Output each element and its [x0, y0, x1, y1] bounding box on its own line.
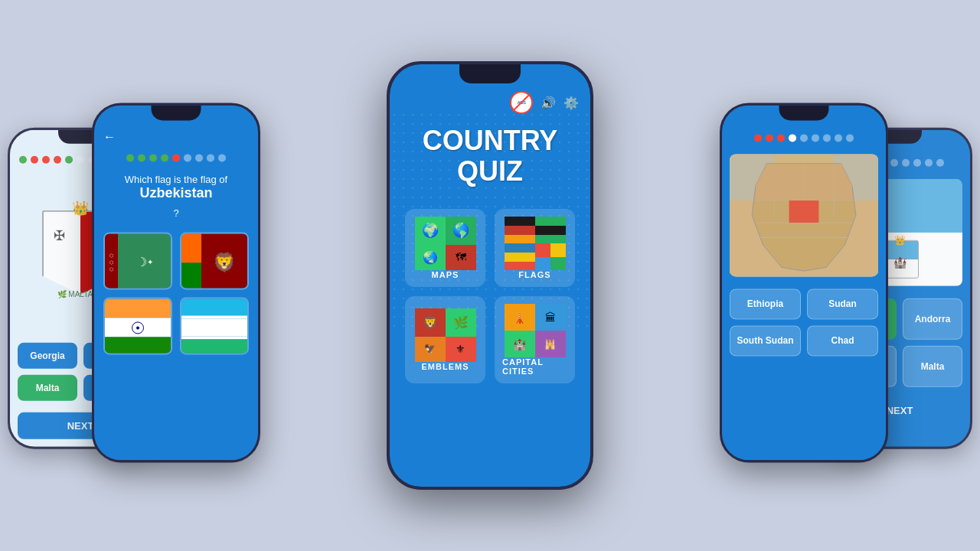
flag-mini-3: [505, 243, 535, 270]
dot-g2: [812, 134, 819, 142]
dot-g5: [846, 134, 854, 142]
phone-right1-screen: Ethiopia Sudan South Sudan Chad: [722, 105, 886, 460]
dot-6: [77, 156, 84, 164]
dot-check1: [126, 154, 134, 161]
phone-center-notch: [459, 64, 521, 83]
answer-sudan[interactable]: Sudan: [807, 289, 878, 319]
dot-3: [42, 156, 50, 164]
dot-g4-r2: [902, 159, 910, 167]
dot-g4: [835, 134, 842, 142]
flag-green-stripe: [181, 262, 201, 290]
africa-map: [730, 154, 878, 276]
phone-left2: ← Which flag is the flag of Uzbekistan ?…: [92, 103, 260, 462]
maps-q2: 🌎: [446, 217, 476, 245]
flag-srilanka-left: [181, 233, 201, 289]
progress-dots-right1: [722, 128, 886, 148]
dot-check4: [161, 154, 168, 161]
dot-g3: [823, 134, 831, 142]
emblems-icon: 🦁 🌿 🦅 ⚜: [415, 308, 476, 362]
dot-g2: [195, 154, 203, 161]
maps-icon: 🌍 🌎 🌏 🗺: [415, 217, 476, 270]
emblem-q4: ⚜: [446, 337, 476, 363]
flag-srilanka: 🦁: [181, 233, 247, 289]
flag-srilanka-right: 🦁: [201, 233, 247, 289]
phone-center-screen: ABS 🔊 ⚙️ COUNTRYQUIZ 🌍 🌎 🌏 🗺 MAPS: [390, 64, 590, 487]
settings-icon[interactable]: ⚙️: [564, 96, 579, 110]
africa-map-container: [730, 154, 878, 276]
flag-mini-1: [505, 217, 535, 243]
map-answer-grid: Ethiopia Sudan South Sudan Chad: [722, 282, 886, 362]
flag-turk-stripe: ⬡ ⬡ ⬡: [105, 233, 118, 289]
progress-dots-left2: [94, 148, 258, 168]
flag-card-uzbekistan[interactable]: [180, 297, 249, 354]
dot-2: [31, 156, 38, 164]
sound-icon[interactable]: 🔊: [541, 96, 556, 110]
emblem-q1: 🦁: [415, 308, 446, 337]
flags-grid: ⬡ ⬡ ⬡ ☽ ✦ 🦁: [94, 223, 258, 364]
dot-x-r1: [754, 134, 762, 142]
answer-malta-r2[interactable]: Malta: [903, 346, 962, 387]
dot-g3-r2: [890, 159, 898, 167]
flag-india-green: [105, 337, 171, 354]
dot-x1: [172, 154, 180, 161]
maps-q4: 🗺: [446, 245, 476, 271]
category-emblems[interactable]: 🦁 🌿 🦅 ⚜ EMBLEMS: [405, 296, 485, 383]
flag-uz-white: [181, 319, 247, 336]
category-maps[interactable]: 🌍 🌎 🌏 🗺 MAPS: [405, 209, 485, 287]
flag-uzbekistan: [181, 298, 247, 354]
city-q2: 🏛: [535, 304, 566, 331]
flag-india: [105, 298, 171, 354]
emblem-q2: 🌿: [446, 308, 476, 337]
back-arrow[interactable]: ←: [94, 126, 258, 148]
africa-svg: [730, 154, 878, 276]
dot-g7-r2: [936, 159, 944, 167]
category-flags[interactable]: FLAGS: [495, 209, 575, 287]
dot-check2: [138, 154, 145, 161]
answer-chad[interactable]: Chad: [807, 325, 878, 356]
question-prefix: Which flag is the flag of: [94, 168, 258, 185]
flag-turk-main: ☽ ✦: [118, 233, 171, 289]
dot-5: [65, 156, 73, 164]
app-title: COUNTRYQUIZ: [390, 118, 590, 194]
flag-uz-green: [181, 339, 247, 354]
answer-south-sudan[interactable]: South Sudan: [730, 325, 801, 356]
phone-left2-screen: ← Which flag is the flag of Uzbekistan ?…: [94, 105, 258, 460]
abs-badge[interactable]: ABS: [510, 91, 533, 114]
question-country: Uzbekistan: [94, 185, 258, 201]
question-mark: ?: [94, 201, 258, 219]
dot-check3: [149, 154, 157, 161]
flag-mini-4: [535, 243, 566, 270]
answer-ethiopia[interactable]: Ethiopia: [730, 289, 801, 319]
flag-card-turkmenistan[interactable]: ⬡ ⬡ ⬡ ☽ ✦: [103, 232, 172, 289]
category-capital-cities[interactable]: 🗼 🏛 🏰 🕌 CAPITAL CITIES: [495, 296, 575, 383]
dot-4: [54, 156, 61, 164]
maps-q1: 🌍: [415, 217, 446, 245]
phone-center: ABS 🔊 ⚙️ COUNTRYQUIZ 🌍 🌎 🌏 🗺 MAPS: [387, 61, 593, 490]
answer-georgia[interactable]: Georgia: [18, 343, 77, 369]
city-q3: 🏰: [505, 331, 535, 357]
flag-orange-stripe: [181, 233, 201, 262]
coa-towers: 🏰: [893, 256, 906, 269]
flag-card-srilanka[interactable]: 🦁: [180, 232, 249, 289]
dot-r2: [777, 134, 785, 142]
answer-andorra[interactable]: Andorra: [903, 298, 962, 340]
flag-mini-2: [535, 217, 566, 243]
phone-right1: Ethiopia Sudan South Sudan Chad: [720, 103, 888, 462]
quiz-categories: 🌍 🌎 🌏 🗺 MAPS: [390, 197, 590, 395]
ashoka-chakra: [132, 321, 144, 334]
dot-r1: [766, 134, 773, 142]
flag-uz-blue: [181, 298, 247, 315]
dot-g1: [800, 134, 808, 142]
answer-malta[interactable]: Malta: [18, 375, 77, 401]
abs-text: ABS: [517, 100, 525, 105]
dot-g3: [207, 154, 214, 161]
malta-cross: ✠: [54, 227, 65, 244]
malta-crown: 👑: [72, 200, 89, 217]
city-q1: 🗼: [505, 304, 535, 331]
flag-card-india[interactable]: [103, 297, 172, 354]
flag-turkmenistan: ⬡ ⬡ ⬡ ☽ ✦: [105, 233, 171, 289]
flags-label: FLAGS: [518, 270, 550, 279]
cities-icon: 🗼 🏛 🏰 🕌: [505, 304, 566, 357]
emblems-label: EMBLEMS: [422, 362, 469, 371]
flag-india-white: [105, 318, 171, 337]
